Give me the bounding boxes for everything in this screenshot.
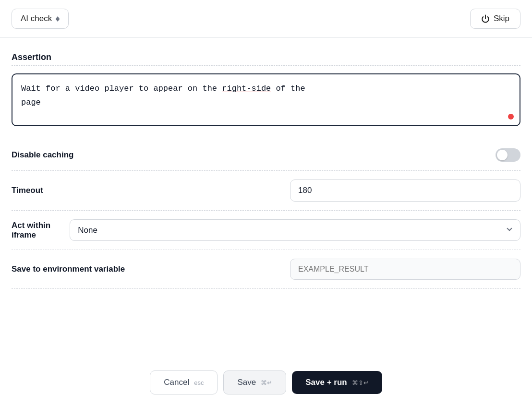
disable-caching-label: Disable caching bbox=[12, 150, 73, 160]
save-shortcut: ⌘↵ bbox=[261, 379, 272, 386]
power-icon bbox=[481, 14, 490, 23]
save-label: Save bbox=[237, 378, 256, 387]
save-run-label: Save + run bbox=[305, 378, 347, 387]
assertion-text-part3: page bbox=[21, 98, 41, 107]
timeout-control bbox=[290, 179, 520, 202]
save-env-label: Save to environment variable bbox=[12, 264, 125, 274]
save-env-row: Save to environment variable bbox=[12, 250, 520, 289]
skip-label: Skip bbox=[494, 14, 509, 24]
cancel-button[interactable]: Cancel esc bbox=[150, 370, 218, 394]
cancel-shortcut: esc bbox=[194, 379, 204, 386]
toggle-thumb bbox=[497, 150, 508, 160]
timeout-input[interactable] bbox=[290, 179, 520, 202]
assertion-text-part2: of the bbox=[271, 84, 305, 93]
error-dot bbox=[508, 114, 514, 119]
main-content: Assertion Wait for a video player to app… bbox=[0, 38, 532, 359]
iframe-select-wrapper: None bbox=[70, 219, 520, 241]
act-within-iframe-label: Act within iframe bbox=[12, 221, 70, 240]
save-env-control bbox=[290, 259, 520, 280]
act-within-iframe-row: Act within iframe None bbox=[12, 211, 520, 250]
iframe-select[interactable]: None bbox=[70, 219, 520, 241]
timeout-label: Timeout bbox=[12, 186, 43, 195]
assertion-text-display[interactable]: Wait for a video player to appear on the… bbox=[12, 73, 520, 126]
footer-row: Cancel esc Save ⌘↵ Save + run ⌘⇧↵ bbox=[0, 359, 532, 406]
assertion-text-part1: Wait for a video player to appear on the bbox=[21, 84, 222, 93]
disable-caching-toggle[interactable] bbox=[496, 148, 520, 162]
disable-caching-row: Disable caching bbox=[12, 140, 520, 171]
ai-check-button[interactable]: AI check bbox=[12, 9, 69, 29]
header-row: AI check Skip bbox=[0, 0, 532, 38]
assertion-section: Assertion Wait for a video player to app… bbox=[12, 52, 520, 140]
chevron-updown-icon bbox=[56, 16, 60, 22]
main-container: AI check Skip Assertion Wait for a video… bbox=[0, 0, 532, 406]
save-button[interactable]: Save ⌘↵ bbox=[223, 370, 286, 394]
assertion-section-label: Assertion bbox=[12, 52, 520, 62]
cancel-label: Cancel bbox=[164, 378, 189, 387]
save-env-input[interactable] bbox=[290, 259, 520, 280]
save-run-shortcut: ⌘⇧↵ bbox=[352, 379, 369, 386]
assertion-divider bbox=[12, 65, 520, 66]
ai-check-label: AI check bbox=[21, 14, 52, 24]
timeout-row: Timeout bbox=[12, 171, 520, 211]
skip-button[interactable]: Skip bbox=[470, 9, 520, 29]
save-run-button[interactable]: Save + run ⌘⇧↵ bbox=[292, 371, 382, 394]
fields-section: Disable caching Timeout Act within ifram… bbox=[12, 140, 520, 289]
assertion-wrapper: Wait for a video player to appear on the… bbox=[12, 73, 520, 126]
assertion-underlined-text: right-side bbox=[222, 84, 271, 93]
